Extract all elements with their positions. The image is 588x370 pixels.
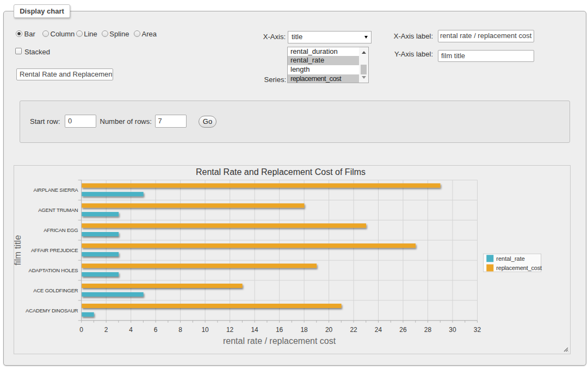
svg-text:16: 16 <box>276 326 283 334</box>
svg-text:AIRPLANE SIERRA: AIRPLANE SIERRA <box>34 187 79 193</box>
svg-text:replacement_cost: replacement_cost <box>496 265 542 271</box>
svg-text:rental rate / replacement cost: rental rate / replacement cost <box>223 336 336 346</box>
svg-text:Rental Rate and Replacement Co: Rental Rate and Replacement Cost of Film… <box>196 167 366 177</box>
svg-text:AFRICAN EGG: AFRICAN EGG <box>44 227 78 233</box>
svg-text:10: 10 <box>201 326 209 334</box>
svg-text:8: 8 <box>178 326 182 334</box>
svg-text:ACADEMY DINOSAUR: ACADEMY DINOSAUR <box>26 308 78 313</box>
svg-text:28: 28 <box>424 326 432 334</box>
svg-text:26: 26 <box>399 326 407 334</box>
svg-text:AGENT TRUMAN: AGENT TRUMAN <box>38 207 78 213</box>
svg-text:32: 32 <box>474 326 481 334</box>
svg-text:12: 12 <box>226 326 234 334</box>
svg-text:30: 30 <box>449 326 456 334</box>
svg-text:ACE GOLDFINGER: ACE GOLDFINGER <box>33 287 78 293</box>
svg-text:6: 6 <box>154 326 158 334</box>
svg-text:18: 18 <box>300 326 308 334</box>
svg-text:20: 20 <box>325 326 333 334</box>
svg-text:24: 24 <box>375 326 382 334</box>
svg-text:14: 14 <box>251 326 258 334</box>
svg-text:22: 22 <box>350 326 357 334</box>
svg-text:film title: film title <box>14 235 22 266</box>
svg-text:0: 0 <box>79 326 83 334</box>
svg-text:4: 4 <box>129 326 133 334</box>
svg-text:2: 2 <box>104 326 108 334</box>
svg-text:rental_rate: rental_rate <box>496 255 525 262</box>
svg-text:AFFAIR PREJUDICE: AFFAIR PREJUDICE <box>31 247 78 253</box>
svg-text:ADAPTATION HOLES: ADAPTATION HOLES <box>29 267 78 273</box>
